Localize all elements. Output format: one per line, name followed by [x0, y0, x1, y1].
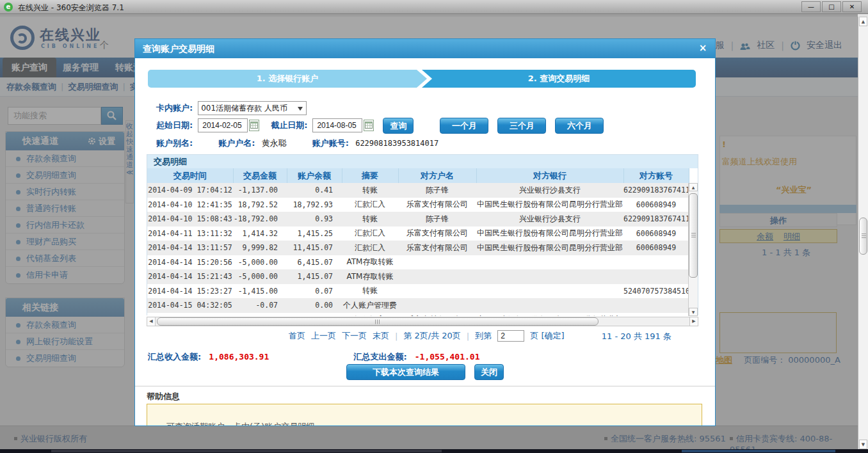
window-minimize-button[interactable]: —	[801, 1, 821, 12]
table-cell: 2014-04-14 13:11:57	[147, 241, 233, 255]
table-cell: 1,414.32	[233, 226, 287, 241]
table-cell: 0.41	[287, 183, 342, 198]
table-cell: -1,137.00	[233, 183, 287, 198]
income-value: 1,086,303.91	[209, 352, 269, 362]
account-select[interactable]: 001活期储蓄存款 人民币	[198, 101, 307, 115]
table-cell: 1,415.07	[287, 269, 342, 284]
range-info: 11 - 20 共 191 条	[602, 331, 671, 342]
goto-confirm-link[interactable]: 页 [确定]	[530, 330, 564, 342]
query-button[interactable]: 查询	[383, 118, 414, 134]
first-page-link[interactable]: 首页	[289, 330, 305, 342]
table-cell	[398, 269, 476, 284]
end-calendar-icon[interactable]	[364, 120, 374, 131]
account-info-row: 账户别名: 账户户名: 黄永聪 账户账号: 622908183953814017	[156, 138, 438, 149]
step-2-query-detail: 2. 查询交易明细	[422, 70, 696, 88]
table-cell: 乐富支付有限公司	[398, 241, 476, 255]
table-row[interactable]: 2014-04-11 13:11:321,414.321,415.25汇款汇入乐…	[147, 226, 689, 241]
divider: |	[467, 331, 469, 341]
table-cell: 陈子锋	[398, 183, 476, 198]
table-cell: 中国民生银行股份有限公司昆明分行营业部	[476, 198, 623, 212]
transaction-table: 交易明细 交易时间交易金额账户余额摘要对方户名对方银行对方账号 2014-04-…	[147, 154, 698, 315]
last-page-link[interactable]: 末页	[373, 330, 389, 342]
end-date-input[interactable]	[312, 118, 362, 132]
six-month-button[interactable]: 六个月	[555, 118, 604, 134]
column-header: 对方银行	[476, 168, 623, 183]
scroll-up-arrow[interactable]: ▲	[859, 17, 867, 26]
h-scrollbar-thumb[interactable]	[157, 317, 599, 326]
table-scroll-right-arrow[interactable]: ▶	[689, 317, 698, 326]
table-cell: 6229091837674114	[623, 212, 689, 226]
table-row[interactable]: 2014-04-14 15:23:27-1,415.000.07转账524070…	[147, 284, 689, 299]
help-section-title: 帮助信息	[147, 391, 180, 402]
table-horizontal-scrollbar[interactable]: ◀ ▶	[147, 317, 698, 326]
table-row[interactable]: 2014-04-15 04:32:05-0.070.00个人账户管理费	[147, 298, 689, 313]
table-cell: 转账	[342, 212, 398, 226]
table-cell: 18,792.52	[233, 198, 287, 212]
page-info: 第 2页/共 20页	[403, 330, 460, 342]
table-cell: 2014-04-14 15:20:56	[147, 255, 233, 270]
window-maximize-button[interactable]: □	[822, 1, 841, 12]
three-month-button[interactable]: 三个月	[497, 118, 546, 134]
table-cell: 乐富支付有限公司	[398, 198, 476, 212]
table-cell: 0.93	[287, 212, 342, 226]
dialog-actions: 下载本次查询结果 关闭	[135, 364, 715, 380]
browser-scrollbar[interactable]: ▲ ▼	[858, 17, 868, 449]
dialog-titlebar: 查询账户交易明细	[135, 39, 715, 58]
table-cell	[398, 284, 476, 299]
next-page-link[interactable]: 下一页	[342, 330, 367, 342]
table-cell: 6,415.07	[287, 255, 342, 270]
table-cell	[476, 284, 623, 299]
download-results-button[interactable]: 下载本次查询结果	[346, 364, 465, 380]
table-cell: ATM存取转账	[342, 269, 398, 284]
scrollbar-thumb[interactable]	[859, 218, 867, 255]
table-row[interactable]: 2014-04-10 12:41:3518,792.5218,792.93汇款汇…	[147, 198, 689, 212]
table-cell: 个人账户管理费	[342, 298, 398, 313]
table-scroll-down-arrow[interactable]: ▼	[689, 308, 698, 316]
account-number-value: 622908183953814017	[355, 139, 438, 148]
window-close-button[interactable]: ✕	[842, 1, 862, 12]
step-indicator: 1. 选择银行账户 2. 查询交易明细	[148, 70, 696, 88]
start-calendar-icon[interactable]	[249, 120, 259, 131]
table-row[interactable]: 2014-04-15 13:11:401,414.001,414.00汇款汇入乐…	[147, 313, 689, 317]
table-row[interactable]: 2014-04-10 15:08:43-18,792.000.93转账陈子锋兴业…	[147, 212, 689, 226]
summary-row: 汇总收入金额: 1,086,303.91 汇总支出金额: -1,055,401.…	[148, 351, 698, 363]
table-row[interactable]: 2014-04-09 17:04:12-1,137.000.41转账陈子锋兴业银…	[147, 183, 689, 198]
goto-page-input[interactable]	[497, 330, 524, 342]
prev-page-link[interactable]: 上一页	[311, 330, 336, 342]
table-cell	[476, 269, 623, 284]
thumb-grip	[862, 234, 866, 239]
table-scroll-up-arrow[interactable]: ▲	[689, 183, 698, 191]
table-cell: 中国民生银行股份有限公司昆明分行营业部	[476, 313, 623, 317]
table-row[interactable]: 2014-04-14 15:20:56-5,000.006,415.07ATM存…	[147, 255, 689, 270]
one-month-button[interactable]: 一个月	[440, 118, 488, 134]
thumb-grip	[691, 233, 696, 238]
table-cell: 2014-04-09 17:04:12	[147, 183, 233, 198]
table-scrollbar-thumb[interactable]	[689, 193, 698, 278]
table-row[interactable]: 2014-04-14 15:21:43-5,000.001,415.07ATM存…	[147, 269, 689, 284]
expense-value: -1,055,401.01	[415, 352, 480, 362]
table-cell: 18,792.93	[287, 198, 342, 212]
table-cell: 600608949	[623, 313, 689, 317]
table-cell: 524070757384510	[623, 284, 689, 299]
start-date-input[interactable]	[198, 118, 248, 132]
table-vertical-scrollbar[interactable]: ▲ ▼	[688, 183, 698, 316]
account-form-row: 卡内账户: 001活期储蓄存款 人民币	[156, 100, 307, 116]
table-rows-viewport: 2014-04-09 17:04:12-1,137.000.41转账陈子锋兴业银…	[147, 183, 689, 316]
table-cell: 汇款汇入	[342, 198, 398, 212]
column-header: 账户余额	[287, 168, 342, 183]
thumb-grip	[375, 319, 380, 324]
taskbar-sliver	[0, 449, 868, 453]
column-header: 摘要	[342, 168, 398, 183]
dialog-close-icon[interactable]: ×	[697, 42, 709, 54]
table-cell: 转账	[342, 284, 398, 299]
table-cell: 中国民生银行股份有限公司昆明分行营业部	[476, 241, 623, 255]
expense-label: 汇总支出金额:	[353, 352, 406, 362]
table-cell: -1,415.00	[233, 284, 287, 299]
dialog-close-button[interactable]: 关闭	[474, 364, 504, 380]
table-cell: 1,415.25	[287, 226, 342, 241]
table-row[interactable]: 2014-04-14 13:11:579,999.8211,415.07汇款汇入…	[147, 241, 689, 255]
transaction-query-dialog: 查询账户交易明细 × 1. 选择银行账户 2. 查询交易明细 卡内账户: 001…	[134, 38, 716, 426]
table-scroll-left-arrow[interactable]: ◀	[147, 317, 156, 326]
scroll-down-arrow[interactable]: ▼	[859, 440, 867, 449]
table-cell: ATM存取转账	[342, 255, 398, 270]
